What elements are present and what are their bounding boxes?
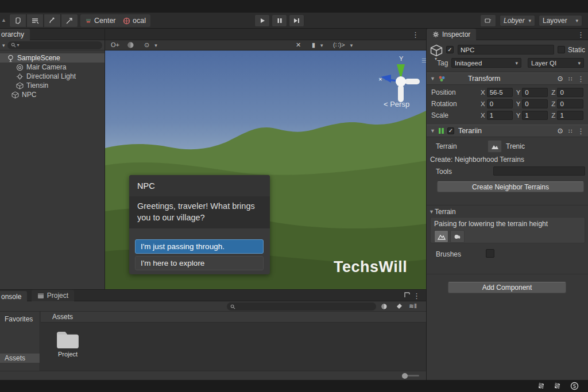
- play-button[interactable]: [254, 14, 270, 27]
- account-services-button[interactable]: [480, 14, 496, 27]
- orientation-gizmo[interactable]: Y ✕: [376, 54, 425, 107]
- maximize-icon[interactable]: [404, 292, 410, 298]
- hand-tool-button[interactable]: [9, 14, 26, 28]
- component-menu-kebab-icon[interactable]: ⋮: [577, 127, 585, 135]
- chevron-down-icon: ▾: [528, 18, 531, 24]
- terrain-tool-button[interactable]: [488, 140, 502, 153]
- assets-breadcrumb[interactable]: Assets: [41, 312, 426, 323]
- step-button[interactable]: [289, 14, 304, 27]
- camera-settings-icon[interactable]: ▮ ▾: [312, 41, 323, 49]
- scene-menu-kebab-icon[interactable]: ⋮: [412, 30, 419, 39]
- zoom-slider-handle[interactable]: [402, 373, 408, 379]
- brushes-checkbox[interactable]: [486, 249, 494, 258]
- rotation-y-field[interactable]: 0: [522, 99, 548, 108]
- globe-icon: [123, 17, 130, 25]
- foldout-chevron-icon[interactable]: ▼: [429, 209, 434, 215]
- layout-dropdown-label: Layover: [543, 17, 567, 25]
- position-z-field[interactable]: 0: [557, 88, 583, 97]
- layer-dropdown[interactable]: Layer QI ▾: [528, 58, 584, 68]
- pause-button[interactable]: [272, 14, 287, 27]
- hierarchy-tab-label: orarchy: [1, 30, 24, 38]
- position-y-field[interactable]: 0: [522, 88, 548, 97]
- dialog-option-2[interactable]: I'm here to explore: [135, 256, 264, 270]
- tab-project[interactable]: Project: [32, 290, 74, 301]
- component-enabled-checkbox[interactable]: ✓: [447, 127, 454, 134]
- inspector-menu-kebab-icon[interactable]: ⋮: [577, 30, 585, 39]
- component-menu-kebab-icon[interactable]: ⋮: [577, 75, 585, 83]
- perspective-label[interactable]: < Persp: [384, 100, 409, 108]
- dialog-option-2-label: I'm here to explore: [141, 259, 204, 267]
- terrain-component-body: Terrain Trenic Create: Neighborhood Terr…: [427, 137, 588, 205]
- hierarchy-item-tiensin[interactable]: Tiensin: [0, 81, 105, 90]
- terrain-field-label: Terrain: [436, 142, 457, 150]
- scene-viewport[interactable]: Y ✕ ☰ < Persp NPC Greetings, traveler! W…: [105, 51, 426, 289]
- static-checkbox[interactable]: [558, 46, 565, 53]
- scale-y-field[interactable]: 1: [522, 111, 548, 120]
- rotate-tool-button[interactable]: [44, 14, 61, 28]
- create-neighbor-terrains-button[interactable]: Create Neighbor Terrains: [437, 181, 584, 192]
- watermark: TechsWill: [334, 258, 407, 276]
- hierarchy-item-samplescene[interactable]: SampleScene: [0, 53, 105, 63]
- hidden-packages-icon[interactable]: ≋‖: [409, 302, 417, 310]
- tools-field[interactable]: [493, 166, 585, 176]
- terrain-field-value: Trenic: [506, 142, 525, 150]
- light-icon: [16, 73, 24, 80]
- gameobject-cube-icon[interactable]: [430, 44, 443, 57]
- move-tool-button[interactable]: [26, 14, 44, 28]
- project-search-input[interactable]: [227, 302, 376, 311]
- raise-lower-tool-button[interactable]: [434, 230, 448, 243]
- hierarchy-search-input[interactable]: ▾: [7, 41, 102, 49]
- foldout-chevron-icon[interactable]: ▼: [430, 76, 435, 81]
- close-icon[interactable]: ✕: [296, 41, 301, 49]
- preset-icon[interactable]: ⊙: [558, 75, 563, 83]
- progress-icon-1[interactable]: [537, 382, 546, 390]
- pivot-center-toggle[interactable]: Center: [80, 14, 121, 27]
- hierarchy-item-camera[interactable]: Mair Camera: [0, 63, 105, 72]
- name-field[interactable]: NPC: [458, 45, 554, 55]
- tab-hierarchy[interactable]: orarchy: [0, 29, 30, 40]
- gizmo-menu-icon[interactable]: ☰: [421, 57, 426, 64]
- hierarchy-item-npc[interactable]: NPC: [0, 90, 105, 99]
- rotation-x-field[interactable]: 0: [487, 99, 513, 108]
- tag-dropdown[interactable]: Initageed ▾: [451, 58, 521, 68]
- hierarchy-item-light[interactable]: Directional Light: [0, 72, 105, 81]
- render-mode-dropdown[interactable]: ⊙ ▾: [144, 41, 157, 49]
- project-menu-kebab-icon[interactable]: ⋮: [413, 292, 420, 300]
- tab-console[interactable]: onsole: [0, 291, 27, 302]
- scale-x-field[interactable]: 1: [487, 111, 513, 120]
- reference-icon[interactable]: ∷: [568, 76, 572, 82]
- terrain-help-box: Paising for lowering the terrain height: [430, 217, 585, 243]
- transform-component-header[interactable]: ▼ Transform ⊙ ∷ ⋮: [427, 72, 588, 85]
- search-by-type-icon[interactable]: [381, 303, 388, 310]
- foldout-chevron-icon[interactable]: ▼: [430, 128, 435, 134]
- dialog-option-1[interactable]: I'm just passing through.: [135, 239, 264, 254]
- scale-z-field[interactable]: 1: [557, 111, 583, 120]
- position-x-field[interactable]: 56-5: [487, 88, 513, 97]
- search-by-label-icon[interactable]: [396, 303, 403, 309]
- create-menu-chevron-icon[interactable]: ▾: [2, 42, 5, 48]
- progress-icon-2[interactable]: [553, 382, 562, 390]
- sidebar-item-favorites[interactable]: Favorites: [0, 315, 40, 324]
- search-filter-chevron-icon[interactable]: ▾: [17, 42, 20, 48]
- preset-icon[interactable]: ⊙: [558, 127, 563, 135]
- collapsed-tool-icon[interactable]: ▲: [1, 17, 6, 23]
- scene-view-panel: ⋮ O+ ⊙ ▾ ✕ ▮ ▾ (∷)> ▾ Y: [105, 29, 426, 289]
- layers-dropdown[interactable]: Lobyer ▾: [500, 15, 535, 26]
- shading-mode-icon[interactable]: [127, 41, 134, 49]
- tab-inspector[interactable]: Inspector: [427, 29, 476, 40]
- audio-effects-dropdown-icon[interactable]: (∷)> ▾: [333, 41, 353, 49]
- add-component-button[interactable]: Add Component: [448, 282, 566, 293]
- local-global-toggle[interactable]: ocal: [118, 14, 150, 27]
- active-checkbox[interactable]: ✓: [446, 46, 454, 53]
- sidebar-item-assets[interactable]: Assets: [0, 354, 40, 363]
- layout-dropdown[interactable]: Layover ▾: [539, 15, 582, 26]
- gizmo-toggle-icon[interactable]: O+: [111, 41, 119, 48]
- reference-icon[interactable]: ∷: [568, 128, 572, 134]
- asset-folder-project[interactable]: Project: [50, 328, 86, 358]
- paint-tool-button[interactable]: [450, 230, 465, 243]
- terrain-component-header[interactable]: ▼ ✓ Terariin ⊙ ∷ ⋮: [427, 125, 588, 137]
- status-circle-icon[interactable]: [570, 382, 579, 390]
- scale-tool-button[interactable]: [61, 14, 78, 28]
- gear-icon: [432, 31, 439, 38]
- rotation-z-field[interactable]: 0: [557, 99, 583, 108]
